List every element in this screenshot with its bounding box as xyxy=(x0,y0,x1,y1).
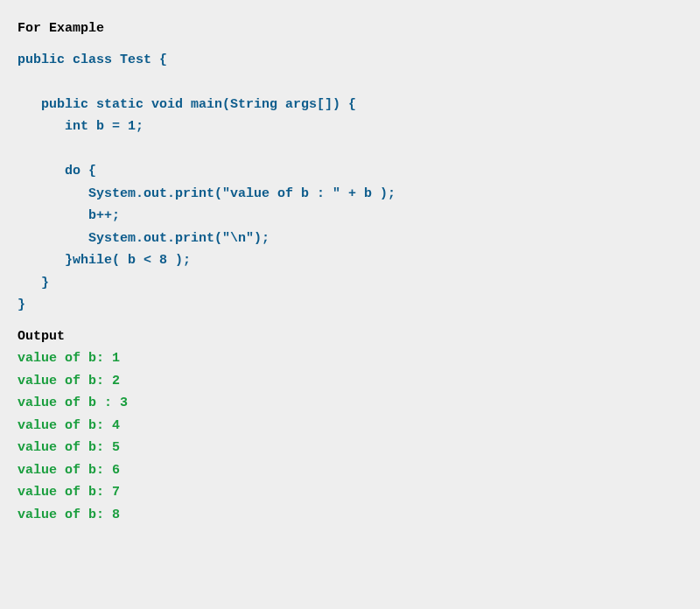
example-heading: For Example xyxy=(18,18,682,40)
output-heading: Output xyxy=(18,326,682,348)
output-block: value of b: 1 value of b: 2 value of b :… xyxy=(18,347,682,526)
code-block: public class Test { public static void m… xyxy=(18,49,682,317)
